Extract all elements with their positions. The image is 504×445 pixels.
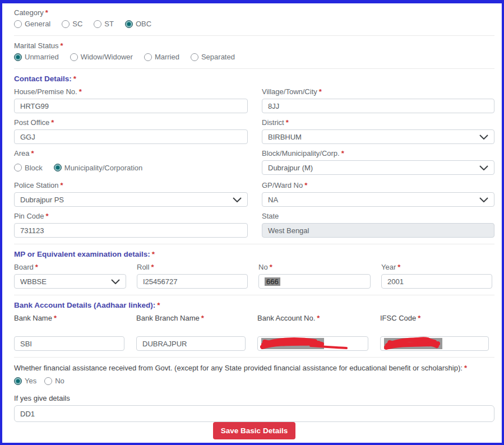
- category-radio-group: General SC ST OBC: [14, 20, 494, 28]
- radio-municipality-corporation[interactable]: Municipality/Corporation: [54, 164, 142, 172]
- radio-selected-icon: [54, 164, 62, 171]
- field-assistance-details: If yes give details: [14, 394, 494, 422]
- chevron-down-icon: [479, 165, 488, 170]
- field-board: Board WBBSE: [14, 263, 126, 289]
- selected-text-highlight: 666: [265, 277, 280, 286]
- required-asterisk: [34, 263, 38, 271]
- divider: [14, 357, 494, 358]
- radio-st[interactable]: ST: [94, 20, 114, 28]
- radio-block[interactable]: Block: [14, 164, 43, 172]
- required-asterisk: [149, 263, 154, 271]
- divider: [14, 295, 494, 295]
- radio-selected-icon: [14, 377, 22, 385]
- ifsc-code-input[interactable]: [380, 336, 489, 351]
- radio-sc[interactable]: SC: [62, 20, 82, 28]
- divider: [14, 68, 494, 69]
- field-block-municipality-corp: Block/Municipality/Corp. Dubrajpur (M): [262, 149, 494, 176]
- bank-name-input[interactable]: [14, 336, 124, 351]
- block-municipality-select[interactable]: Dubrajpur (M): [262, 160, 494, 175]
- required-asterisk: [72, 75, 76, 83]
- category-label: Category: [14, 8, 494, 17]
- field-ifsc-code: IFSC Code: [380, 314, 489, 351]
- chevron-down-icon: [479, 135, 488, 140]
- required-asterisk: [49, 118, 54, 127]
- marital-status-radio-group: Unmarried Widow/Widower Married Separate…: [14, 53, 494, 61]
- post-office-input[interactable]: [14, 129, 248, 144]
- required-asterisk: [315, 314, 320, 322]
- field-house-premise-no: House/Premise No.: [14, 87, 248, 113]
- required-asterisk: [59, 181, 63, 189]
- field-area: Area Block Municipality/Corporation: [14, 149, 248, 176]
- marital-status-label: Marital Status: [14, 41, 494, 50]
- village-town-city-input[interactable]: [262, 99, 494, 113]
- radio-icon: [62, 20, 70, 28]
- radio-selected-icon: [125, 20, 133, 28]
- no-input[interactable]: 666: [258, 274, 371, 289]
- required-asterisk: [44, 8, 48, 17]
- pin-code-input[interactable]: [14, 223, 248, 238]
- divider: [14, 35, 494, 36]
- police-station-select[interactable]: Dubrajpur PS: [14, 192, 248, 207]
- redaction-scribble: 77: [260, 337, 354, 350]
- radio-obc[interactable]: OBC: [125, 20, 151, 28]
- radio-yes[interactable]: Yes: [14, 377, 36, 385]
- field-year: Year: [381, 263, 492, 289]
- financial-assistance-question: Whether financial assistance received fr…: [14, 364, 494, 373]
- field-state: State West Bengal: [262, 212, 494, 238]
- divider: [14, 244, 494, 244]
- field-pin-code: Pin Code: [14, 212, 248, 238]
- radio-no[interactable]: No: [44, 377, 64, 385]
- required-asterisk: [150, 250, 155, 258]
- form-actions: Save Basic Details: [14, 422, 494, 441]
- save-basic-details-button[interactable]: Save Basic Details: [213, 422, 295, 439]
- house-premise-input[interactable]: [14, 99, 248, 113]
- redaction-scribble: [383, 337, 477, 350]
- field-bank-branch-name: Bank Branch Name: [136, 314, 246, 351]
- radio-icon: [14, 20, 22, 28]
- field-no: No 666: [258, 263, 371, 289]
- chevron-down-icon: [479, 197, 488, 202]
- gp-ward-select[interactable]: NA: [262, 192, 494, 207]
- assistance-details-input[interactable]: [14, 405, 494, 422]
- radio-married[interactable]: Married: [144, 53, 179, 61]
- required-asterisk: [396, 263, 400, 271]
- field-police-station: Police Station Dubrajpur PS: [14, 181, 248, 207]
- required-asterisk: [416, 314, 420, 322]
- required-asterisk: [52, 314, 57, 322]
- radio-unmarried[interactable]: Unmarried: [14, 53, 59, 61]
- field-bank-name: Bank Name: [14, 314, 124, 351]
- field-post-office: Post Office: [14, 118, 248, 144]
- radio-icon: [94, 20, 101, 28]
- radio-icon: [191, 53, 198, 61]
- contact-details-heading: Contact Details:: [14, 75, 494, 84]
- required-asterisk: [268, 263, 272, 271]
- basic-details-form: Category General SC ST OBC Marital Statu…: [0, 0, 504, 445]
- required-asterisk: [58, 41, 63, 50]
- radio-icon: [70, 53, 78, 61]
- bank-account-input[interactable]: 77: [257, 336, 368, 351]
- bank-details-heading: Bank Account Details (Aadhaar linked):: [14, 301, 494, 310]
- field-bank-account-no: Bank Account No. 77: [257, 314, 368, 351]
- required-asterisk: [200, 314, 204, 322]
- board-select[interactable]: WBBSE: [14, 274, 126, 289]
- bank-branch-input[interactable]: [136, 336, 246, 351]
- required-asterisk: [463, 364, 467, 372]
- year-input[interactable]: [381, 274, 492, 289]
- radio-widow-widower[interactable]: Widow/Widower: [70, 53, 133, 61]
- required-asterisk: [303, 181, 307, 189]
- required-asterisk: [340, 149, 344, 157]
- state-input: West Bengal: [262, 223, 494, 238]
- radio-icon: [44, 377, 52, 385]
- required-asterisk: [284, 118, 289, 127]
- required-asterisk: [44, 212, 48, 220]
- district-select[interactable]: BIRBHUM: [262, 129, 494, 144]
- chevron-down-icon: [233, 197, 242, 202]
- radio-selected-icon: [14, 53, 22, 61]
- field-roll: Roll: [137, 263, 248, 289]
- radio-general[interactable]: General: [14, 20, 50, 28]
- radio-separated[interactable]: Separated: [191, 53, 235, 61]
- required-asterisk: [317, 87, 322, 96]
- required-asterisk: [155, 301, 160, 309]
- chevron-down-icon: [111, 279, 120, 284]
- roll-input[interactable]: [137, 274, 248, 289]
